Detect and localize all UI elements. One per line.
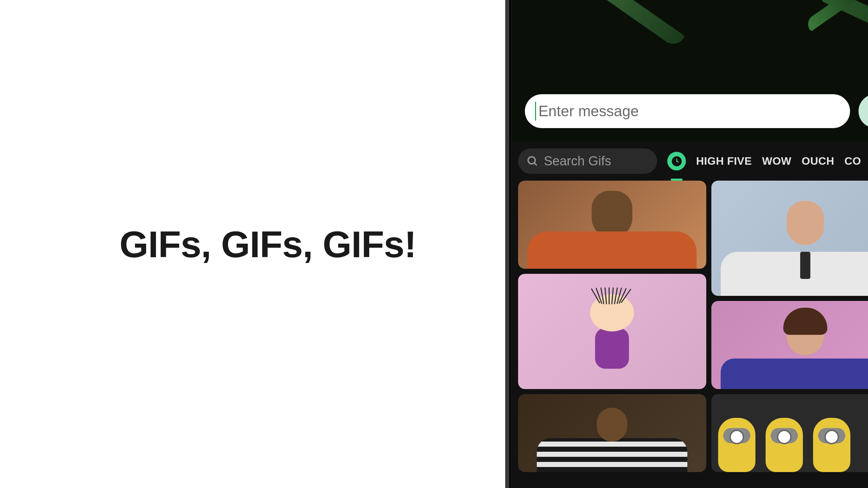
gif-thumbnail[interactable] [711,301,868,389]
category-tab-high-five[interactable]: HIGH FIVE [696,155,752,167]
gif-thumbnail[interactable] [711,394,868,472]
gif-thumbnail[interactable] [711,181,868,296]
gif-keyboard: Search Gifs HIGH FIVE WOW OUCH CO [511,142,868,488]
category-tab-ouch[interactable]: OUCH [802,155,834,167]
svg-line-1 [534,163,537,165]
page-title: GIFs, GIFs, GIFs! [119,223,416,266]
send-button[interactable] [859,94,868,128]
text-cursor [535,102,536,121]
gif-search-placeholder: Search Gifs [544,154,611,168]
gif-search-row: Search Gifs HIGH FIVE WOW OUCH CO [511,142,868,181]
gif-thumbnail[interactable] [518,394,706,472]
phone-frame: Enter message Search Gifs [505,0,868,488]
promo-panel: GIFs, GIFs, GIFs! [0,223,502,266]
category-tab-wow[interactable]: WOW [762,155,792,167]
gif-grid [511,181,868,472]
message-compose-bar: Enter message [525,94,868,128]
search-icon [527,155,539,167]
message-placeholder: Enter message [538,103,639,120]
phone-screen: Enter message Search Gifs [511,0,868,488]
gif-thumbnail[interactable] [518,274,706,389]
message-input[interactable]: Enter message [525,94,850,128]
svg-point-0 [528,157,535,164]
category-tab-cool[interactable]: CO [845,155,861,167]
gif-search-input[interactable]: Search Gifs [518,148,657,174]
recent-tab[interactable] [667,152,686,170]
clock-icon [671,156,682,167]
gif-thumbnail[interactable] [518,181,706,269]
